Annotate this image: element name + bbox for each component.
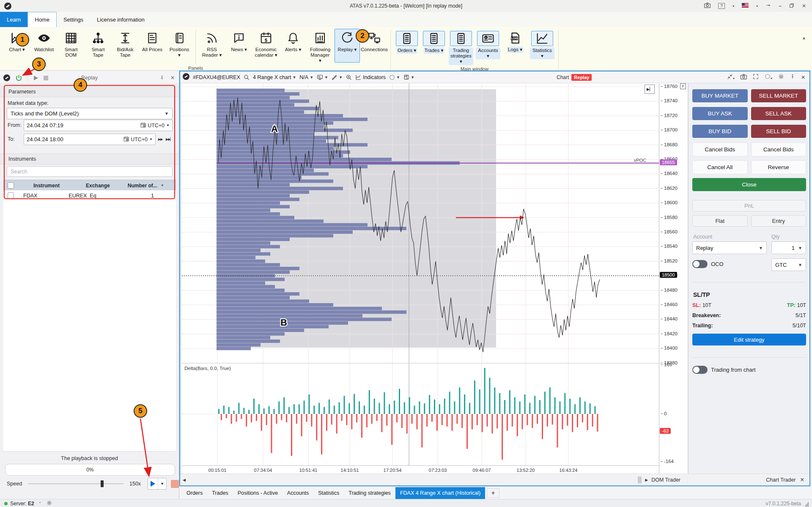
ribbon-button-alerts[interactable]: Alerts ▾ <box>280 29 306 63</box>
close-position-button[interactable]: Close <box>692 178 806 191</box>
ribbon-button-watchlist[interactable]: Watchlist <box>31 29 57 63</box>
restore-icon[interactable] <box>789 3 794 9</box>
edit-strategy-button[interactable]: Edit strategy <box>692 334 806 345</box>
ribbon-button-positions[interactable]: Positions ▾ <box>167 29 192 63</box>
from-timezone[interactable]: UTC+0 <box>148 123 165 129</box>
ribbon-button-all-prices[interactable]: All Prices <box>140 29 165 63</box>
buy-market-button[interactable]: BUY MARKET <box>692 89 748 102</box>
search-icon[interactable] <box>244 74 250 80</box>
display-mode-icon[interactable]: ▼ <box>317 74 328 80</box>
language-flag-icon[interactable] <box>742 3 749 9</box>
ribbon-button-smart-tape[interactable]: Smart Tape <box>85 29 111 63</box>
ribbon-button-accounts[interactable]: Accounts ▾ <box>475 29 501 63</box>
scroll-left-icon[interactable]: ◀ <box>183 478 186 482</box>
doc-tab-trading-strategies[interactable]: Trading strategies <box>344 487 395 499</box>
trading-from-chart-toggle[interactable] <box>692 366 708 374</box>
language-caret-icon[interactable]: ▾ <box>756 4 758 8</box>
sell-market-button[interactable]: SELL MARKET <box>751 89 807 102</box>
ribbon-button-orders[interactable]: Orders ▾ <box>394 29 420 63</box>
doc-tab-trades[interactable]: Trades <box>207 487 233 499</box>
ribbon-button-statistics[interactable]: Statistics ▾ <box>529 29 555 63</box>
to-timezone[interactable]: UTC+0 <box>131 137 148 143</box>
pin-icon[interactable] <box>790 74 795 80</box>
pin-window-icon[interactable] <box>765 3 771 9</box>
oco-toggle[interactable] <box>692 260 708 268</box>
progress-bar[interactable]: 0% <box>5 464 175 476</box>
doc-tab-orders[interactable]: Orders <box>182 487 207 499</box>
ribbon-tab-settings[interactable]: Settings <box>57 12 90 27</box>
speed-slider-thumb[interactable] <box>101 480 104 487</box>
symbol-label[interactable]: #FDAXU4@EUREX <box>193 74 240 80</box>
skip-forward-icon[interactable]: ▶▶ <box>158 137 162 141</box>
skip-to-end-icon[interactable]: ▶▶▏ <box>166 137 172 141</box>
cancel-bids-button[interactable]: Cancel Bids <box>692 143 748 156</box>
qty-select[interactable]: 1▼ <box>771 241 806 254</box>
instrument-row[interactable]: FDAX EUREX_Eq 1 <box>3 190 176 201</box>
cancel-asks-button[interactable]: Cancel Bids <box>751 143 807 156</box>
to-input[interactable]: 24.04.24 18:00 UTC+0 ▼ <box>24 134 156 145</box>
dom-trader-expand-icon[interactable]: ▶ <box>645 478 648 482</box>
screenshot-icon[interactable] <box>704 3 710 9</box>
speed-slider[interactable] <box>28 483 123 484</box>
ribbon-button-trades[interactable]: Trades ▾ <box>421 29 447 63</box>
chart-type-select[interactable]: 4 Range X chart▼ <box>253 74 296 80</box>
doc-tab-positions-active[interactable]: Positions - Active <box>233 487 283 499</box>
chart-canvas[interactable]: vPOCABDelta(Bars, 0.0, True)00:15:0107:3… <box>182 83 659 475</box>
col-instrument[interactable]: Instrument <box>33 183 60 189</box>
ribbon-tab-learn[interactable]: Learn <box>0 12 27 27</box>
search-input[interactable] <box>7 166 173 177</box>
close-icon[interactable]: ✕ <box>170 75 175 81</box>
zoom-in-icon[interactable] <box>346 74 352 80</box>
gear-icon[interactable] <box>47 500 52 507</box>
ribbon-button-logs[interactable]: LOGLogs ▾ <box>502 29 528 63</box>
ribbon-tab-license-information[interactable]: License information <box>90 12 151 27</box>
help-caret-icon[interactable]: ▾ <box>732 4 734 8</box>
col-exchange[interactable]: Exchange <box>86 183 110 189</box>
doc-tab-fdax-4-range-x-chart-historical-[interactable]: FDAX 4 Range X chart (Historical) <box>395 487 485 499</box>
close-panel-icon[interactable]: ✕ <box>801 74 805 80</box>
buy-bid-button[interactable]: BUY BID <box>692 125 748 138</box>
pin-icon[interactable] <box>159 75 165 80</box>
ribbon-button-news[interactable]: News ▾ <box>226 29 252 63</box>
indicators-button[interactable]: Indicators <box>355 74 386 80</box>
clock-icon[interactable]: ▼ <box>389 74 400 80</box>
ribbon-button-following-manager[interactable]: Following Manager ▾ <box>307 29 333 65</box>
drawing-tools-icon[interactable]: ▼ <box>332 74 343 80</box>
entry-button[interactable]: Entry <box>751 215 807 227</box>
cancel-all-button[interactable]: Cancel All <box>692 160 748 174</box>
close-icon[interactable]: ✕ <box>800 477 804 483</box>
theme-circle-icon[interactable]: ▾ <box>765 74 772 81</box>
ribbon-button-rss-reader[interactable]: RSS Reader ▾ <box>199 29 225 63</box>
ribbon-button-economic-calendar[interactable]: $Economic calendar ▾ <box>253 29 279 63</box>
close-window-icon[interactable]: ✕ <box>802 3 806 9</box>
market-data-type-select[interactable]: Ticks and the DOM (Level2)▼ <box>7 108 173 119</box>
help-icon[interactable]: ? <box>718 3 725 9</box>
col-number[interactable]: Number of... <box>128 183 157 189</box>
reverse-button[interactable]: Reverse <box>751 160 807 174</box>
server-name[interactable]: E2 <box>28 501 34 507</box>
doc-tab-statistics[interactable]: Statistics <box>313 487 344 499</box>
play-options-caret-icon[interactable]: ▼ <box>158 478 166 489</box>
minimize-icon[interactable]: – <box>779 3 782 9</box>
ribbon-collapse-icon[interactable]: ▲ <box>802 36 806 40</box>
chart-trader-tab[interactable]: Chart Trader ✕ <box>688 474 809 485</box>
aggregation-select[interactable]: N/A▼ <box>299 74 313 80</box>
sell-ask-button[interactable]: SELL ASK <box>751 107 807 120</box>
restore-panel-icon[interactable]: ▾ <box>727 74 735 81</box>
scrollbar-thumb[interactable] <box>638 477 642 483</box>
add-tab-button[interactable]: + <box>487 488 499 498</box>
price-axis[interactable]: 1876018740187201870018680186601864018620… <box>659 83 687 475</box>
account-select[interactable]: Replay▼ <box>692 241 767 254</box>
tif-select[interactable]: GTC▼ <box>771 258 806 271</box>
playback-play-button[interactable]: ▼ <box>148 478 167 490</box>
ribbon-tab-home[interactable]: Home <box>27 12 57 27</box>
server-chevron-icon[interactable]: ⌃ <box>38 502 42 506</box>
ribbon-button-bid/ask-tape[interactable]: Bid/Ask Tape <box>112 29 138 63</box>
ribbon-button-trading-strategies[interactable]: Trading strategies ▾ <box>448 29 474 66</box>
sell-bid-button[interactable]: SELL BID <box>751 125 807 138</box>
camera-icon[interactable] <box>741 74 747 81</box>
ribbon-button-smart-dom[interactable]: Smart DOM <box>58 29 84 63</box>
from-input[interactable]: 24.04.24 07:19 UTC+0 ▼ <box>24 120 173 131</box>
flat-button[interactable]: Flat <box>692 215 748 227</box>
chart-scrollbar-row[interactable]: ◀ ▶ DOM Trader <box>180 474 687 486</box>
